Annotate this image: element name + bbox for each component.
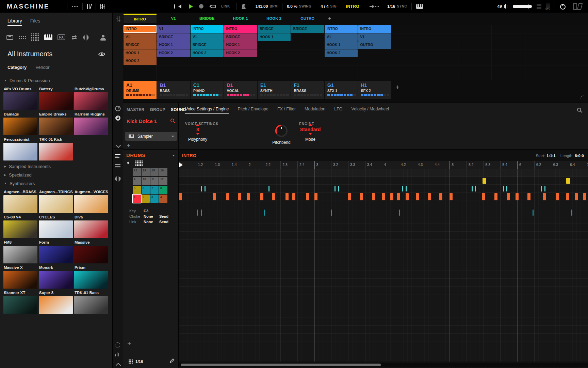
clip-A1-v1[interactable]: V1 xyxy=(124,33,157,41)
group-H1[interactable]: H1SFX 2 xyxy=(358,81,391,99)
pad-9[interactable]: 9 xyxy=(133,177,141,185)
instrument-tile[interactable]: Augmen...BRASS xyxy=(3,189,37,213)
pad-5[interactable]: 5 xyxy=(133,186,141,194)
lane-kick-orange-note[interactable] xyxy=(292,193,295,200)
group-D1[interactable]: D1VOCAL xyxy=(224,81,257,99)
lane-hat-cyan-note[interactable] xyxy=(506,186,507,191)
prop-send[interactable]: Send xyxy=(159,214,168,219)
master-volume-slider[interactable] xyxy=(513,5,532,8)
pad-3[interactable]: 3 xyxy=(150,195,159,203)
restart-icon[interactable] xyxy=(178,4,181,9)
lane-hat-cyan-note[interactable] xyxy=(406,186,407,191)
lane-kick-orange-note[interactable] xyxy=(397,193,400,200)
playhead-icon[interactable] xyxy=(179,162,182,168)
clip-A1-intro[interactable]: INTRO xyxy=(124,25,157,33)
lane-kick-orange-note[interactable] xyxy=(428,193,431,200)
step-grid-control[interactable]: 1/16 xyxy=(129,359,143,364)
lane-kick-orange-note[interactable] xyxy=(516,193,519,200)
instrument-tile[interactable]: Percussionist xyxy=(3,137,37,160)
plugin-search-icon[interactable] xyxy=(577,107,583,113)
pad-7[interactable]: 7 xyxy=(150,186,159,194)
clip-D1-intro[interactable]: INTRO xyxy=(224,25,257,33)
pad-6[interactable]: 6 xyxy=(142,186,150,194)
timeline-ruler[interactable]: 11.21.31.422.22.32.433.23.33.444.24.34.4… xyxy=(179,161,588,169)
plugin-plug-icon[interactable] xyxy=(115,115,121,122)
lane-kick-orange-note[interactable] xyxy=(494,193,497,200)
groups-icon[interactable] xyxy=(19,36,26,39)
lane-kick-orange-note[interactable] xyxy=(527,193,530,200)
plugin-tab[interactable]: Modulation xyxy=(305,107,325,114)
clip-B1-bridge[interactable]: BRIDGE xyxy=(157,33,190,41)
eye-icon[interactable] xyxy=(98,51,105,57)
lane-perc-teal-note[interactable] xyxy=(331,210,332,216)
lane-hat-cyan-note[interactable] xyxy=(402,186,403,191)
instrument-thumbnail[interactable] xyxy=(3,220,37,238)
projects-icon[interactable] xyxy=(6,34,14,41)
instrument-tile[interactable]: TRK-01 Bass xyxy=(74,290,108,314)
scene-tab-intro[interactable]: INTRO xyxy=(124,14,157,23)
prop-send[interactable]: Send xyxy=(159,219,168,225)
step-bars-icon[interactable] xyxy=(115,352,119,356)
user-content-icon[interactable] xyxy=(100,34,106,41)
metronome-icon[interactable] xyxy=(241,3,246,10)
oneshots-icon[interactable] xyxy=(83,34,89,41)
sig-value[interactable]: 4 / 4 xyxy=(321,4,328,9)
pad-1[interactable]: 1 xyxy=(133,195,141,203)
instrument-thumbnail[interactable] xyxy=(74,118,108,135)
channel-tab-master[interactable]: MASTER xyxy=(127,107,144,112)
record-icon[interactable] xyxy=(199,4,203,9)
lane-kick-orange-note[interactable] xyxy=(238,193,241,200)
pencil-icon[interactable] xyxy=(169,358,175,363)
instrument-tile[interactable]: FM8 xyxy=(3,240,37,263)
step-grid[interactable] xyxy=(179,169,588,362)
pad-4[interactable]: 4 xyxy=(159,195,167,203)
editor-group-name[interactable]: DRUMS xyxy=(126,152,146,158)
plugin-tab[interactable]: Velocity / Modwheel xyxy=(352,107,389,114)
instrument-thumbnail[interactable] xyxy=(39,271,73,289)
lane-kick-orange-note[interactable] xyxy=(213,193,216,200)
lane-kick-orange-note[interactable] xyxy=(382,193,385,200)
instrument-thumbnail[interactable] xyxy=(3,118,37,135)
clip-H1-outro[interactable]: OUTRO xyxy=(358,41,391,49)
pad-10[interactable]: 10 xyxy=(142,177,150,185)
instrument-tile[interactable]: Karriem Riggins xyxy=(74,111,108,135)
browser-view-icon[interactable] xyxy=(87,4,91,9)
instrument-thumbnail[interactable] xyxy=(39,143,73,160)
count-in-icon[interactable] xyxy=(115,342,120,348)
scene-tab-bridge[interactable]: BRIDGE xyxy=(191,14,224,23)
loops-icon[interactable] xyxy=(70,35,78,40)
sync-value[interactable]: 1/16 xyxy=(387,4,395,9)
prop-value[interactable]: None xyxy=(144,219,159,225)
lane-hat-cyan-note[interactable] xyxy=(503,186,504,191)
decrement-icon[interactable] xyxy=(196,133,199,135)
lane-kick-orange-note[interactable] xyxy=(575,193,578,200)
clip-E1-hook1[interactable]: HOOK 1 xyxy=(258,33,291,41)
lane-yellow-note[interactable] xyxy=(483,178,486,184)
lane-kick-orange-note[interactable] xyxy=(583,193,586,200)
channel-tab-group[interactable]: GROUP xyxy=(150,107,165,112)
lane-kick-orange-note[interactable] xyxy=(306,193,309,200)
lane-perc-teal-note[interactable] xyxy=(201,210,202,216)
tab-library[interactable]: Library xyxy=(7,18,22,26)
lane-hat-cyan-note[interactable] xyxy=(472,186,473,191)
lane-perc-teal-note[interactable] xyxy=(571,210,572,216)
lane-perc-teal-note[interactable] xyxy=(197,210,198,216)
group-G1[interactable]: G1SFX 1 xyxy=(325,81,358,99)
instrument-tile[interactable]: Monark xyxy=(39,265,73,289)
increment-icon[interactable] xyxy=(196,124,199,126)
scene-tab-hook2[interactable]: HOOK 2 xyxy=(258,14,291,23)
lane-kick-orange-note[interactable] xyxy=(556,193,559,200)
instrument-tile[interactable]: Massive X xyxy=(3,265,37,289)
plugin-tab[interactable]: LFO xyxy=(334,107,342,114)
clip-B1-v1[interactable]: V1 xyxy=(157,25,190,33)
clip-A1-hook2[interactable]: HOOK 2 xyxy=(124,57,157,65)
instrument-tile[interactable]: Super 8 xyxy=(39,290,73,314)
chevron-down-icon[interactable] xyxy=(172,155,175,156)
lane-hat-cyan-note[interactable] xyxy=(268,186,270,191)
lane-kick-orange-note[interactable] xyxy=(450,193,453,200)
power-icon[interactable] xyxy=(559,3,566,10)
clip-D1-hook2[interactable]: HOOK 2 xyxy=(224,49,257,57)
pad-8[interactable]: 8 xyxy=(159,186,167,194)
lane-hat-cyan-note[interactable] xyxy=(544,186,545,191)
lane-kick-orange-note[interactable] xyxy=(179,193,182,200)
